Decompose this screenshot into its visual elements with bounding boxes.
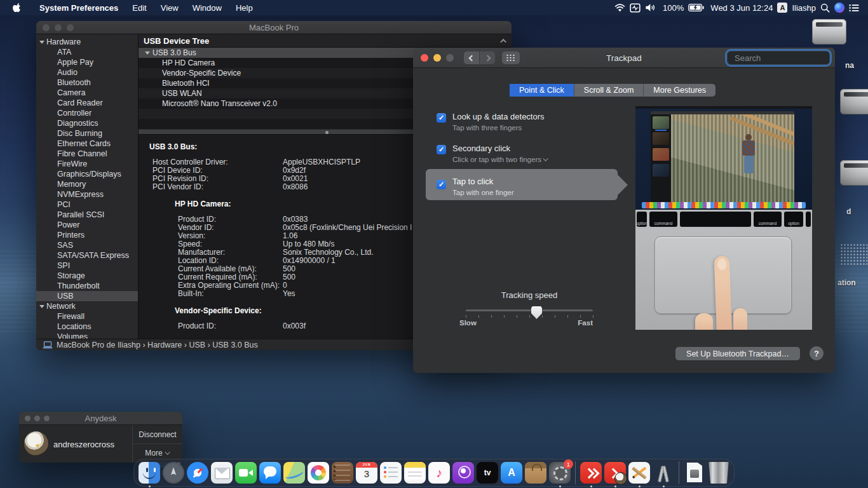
sidebar-item[interactable]: Thunderbolt	[36, 281, 138, 291]
search-input[interactable]	[735, 53, 846, 63]
siri-icon[interactable]	[834, 3, 844, 13]
dock-icon-anydesk[interactable]	[580, 462, 602, 484]
app-menu-title[interactable]: System Preferences	[32, 3, 125, 13]
dock-icon-caliper[interactable]	[653, 462, 674, 484]
sidebar-item[interactable]: PCI	[36, 200, 138, 210]
sidebar-item[interactable]: Fibre Channel	[36, 149, 138, 159]
dock-icon-notes[interactable]	[404, 462, 426, 484]
tap-to-click-checkbox[interactable]	[437, 180, 446, 189]
dock-icon-anydesk-eagle[interactable]	[604, 462, 626, 484]
disclosure-triangle-icon[interactable]	[39, 305, 44, 308]
desktop-drive-icon[interactable]	[840, 160, 868, 186]
dock-icon-bag[interactable]	[525, 462, 546, 484]
sidebar-item[interactable]: Bluetooth	[36, 78, 138, 88]
sysinfo-titlebar[interactable]: MacBook Pro	[36, 21, 512, 34]
close-button[interactable]	[43, 24, 50, 31]
disclosure-triangle-icon[interactable]	[39, 41, 44, 44]
sidebar-item[interactable]: Printers	[36, 230, 138, 240]
dock-icon-tv[interactable]: tv	[477, 462, 498, 484]
battery-icon[interactable]	[688, 4, 704, 11]
sidebar-item[interactable]: Volumes	[36, 332, 138, 339]
dock-icon-appstore[interactable]: A	[501, 462, 522, 484]
menu-help[interactable]: Help	[229, 3, 260, 13]
menu-window[interactable]: Window	[186, 3, 229, 13]
notification-center-icon[interactable]	[849, 4, 859, 12]
sidebar-item[interactable]: ATA	[36, 47, 138, 57]
dock-icon-photos[interactable]	[308, 462, 329, 484]
sidebar-group-hardware[interactable]: Hardware	[36, 37, 138, 47]
chevron-down-icon[interactable]	[543, 156, 548, 161]
input-source-icon[interactable]: A	[777, 3, 787, 13]
menu-edit[interactable]: Edit	[125, 3, 153, 13]
tab[interactable]: More Gestures	[644, 84, 715, 97]
disconnect-button[interactable]: Disconnect	[133, 425, 182, 444]
sidebar-item[interactable]: Card Reader	[36, 98, 138, 108]
dock-icon-messages[interactable]	[259, 462, 281, 484]
sidebar-group-network[interactable]: Network	[36, 301, 138, 311]
disclosure-triangle-icon[interactable]	[145, 51, 150, 55]
anydesk-titlebar[interactable]: Anydesk	[19, 412, 182, 425]
dock-icon-contacts[interactable]	[332, 462, 353, 484]
dock-icon-prefs[interactable]: 1	[549, 462, 571, 484]
tracking-speed-slider[interactable]	[466, 306, 593, 319]
sidebar-item[interactable]: Graphics/Displays	[36, 169, 138, 179]
sidebar-item[interactable]: Storage	[36, 271, 138, 281]
collapse-chevron-icon[interactable]	[500, 38, 506, 44]
dock-icon-dmg[interactable]	[684, 462, 705, 484]
sidebar-item[interactable]: Memory	[36, 179, 138, 189]
tab[interactable]: Point & Click	[510, 84, 574, 97]
sidebar-item[interactable]: Firewall	[36, 311, 138, 322]
sidebar-item[interactable]: Parallel SCSI	[36, 210, 138, 220]
splitter-handle-icon[interactable]	[325, 131, 329, 134]
sidebar-item[interactable]: NVMExpress	[36, 189, 138, 200]
dock-icon-facetime[interactable]	[235, 462, 257, 484]
volume-icon[interactable]	[645, 3, 656, 12]
sidebar-item[interactable]: Diagnostics	[36, 118, 138, 128]
anydesk-status-icon[interactable]	[630, 3, 641, 13]
sidebar-item[interactable]: Ethernet Cards	[36, 139, 138, 149]
sidebar-item[interactable]: Camera	[36, 88, 138, 98]
sidebar-item[interactable]: Audio	[36, 67, 138, 78]
sidebar-item[interactable]: Disc Burning	[36, 128, 138, 139]
search-field[interactable]	[727, 51, 830, 65]
dock-icon-maps[interactable]	[283, 462, 305, 484]
dock-icon-trash[interactable]	[708, 462, 729, 484]
menu-view[interactable]: View	[154, 3, 186, 13]
dock-icon-calendar[interactable]: JUN 3	[356, 462, 377, 484]
wifi-icon[interactable]	[614, 4, 625, 12]
desktop-drive-icon[interactable]	[840, 89, 868, 114]
sidebar-item[interactable]: USB	[36, 291, 138, 301]
dock-icon-podcasts[interactable]	[452, 462, 474, 484]
close-button[interactable]	[25, 416, 31, 421]
minimize-button[interactable]	[55, 24, 62, 31]
dock-icon-finder[interactable]	[139, 462, 160, 484]
sidebar-item[interactable]: SPI	[36, 261, 138, 271]
tab[interactable]: Scroll & Zoom	[574, 84, 644, 97]
zoom-button[interactable]	[44, 416, 50, 421]
secondary-click-checkbox[interactable]	[437, 145, 446, 154]
sidebar-item[interactable]: SAS	[36, 240, 138, 250]
sidebar-item[interactable]: FireWire	[36, 159, 138, 169]
slider-track[interactable]	[466, 309, 593, 311]
dock-icon-mail[interactable]	[211, 462, 233, 484]
sidebar-item[interactable]: Power	[36, 220, 138, 230]
menu-clock[interactable]: Wed 3 Jun 12:24	[710, 3, 773, 13]
lookup-checkbox[interactable]	[437, 113, 446, 123]
setup-bluetooth-trackpad-button[interactable]: Set Up Bluetooth Trackpad…	[675, 347, 800, 360]
sidebar-item[interactable]: Controller	[36, 108, 138, 118]
user-menu[interactable]: Iliashp	[792, 3, 816, 13]
dock-icon-launchpad[interactable]	[163, 462, 184, 484]
desktop-installer-icon[interactable]	[840, 243, 868, 266]
sidebar-item[interactable]: Locations	[36, 322, 138, 332]
battery-percent[interactable]: 100%	[663, 3, 684, 13]
sidebar-item[interactable]: SATA/SATA Express	[36, 250, 138, 261]
dock-icon-safari[interactable]	[187, 462, 208, 484]
dock-icon-draft[interactable]	[628, 462, 650, 484]
apple-menu[interactable]	[0, 3, 32, 13]
sidebar-item[interactable]: Apple Pay	[36, 57, 138, 67]
dock-icon-music[interactable]	[428, 462, 450, 484]
help-button[interactable]: ?	[810, 346, 824, 360]
zoom-button[interactable]	[67, 24, 74, 31]
desktop-drive-icon[interactable]	[812, 19, 846, 44]
spotlight-icon[interactable]	[820, 3, 830, 13]
